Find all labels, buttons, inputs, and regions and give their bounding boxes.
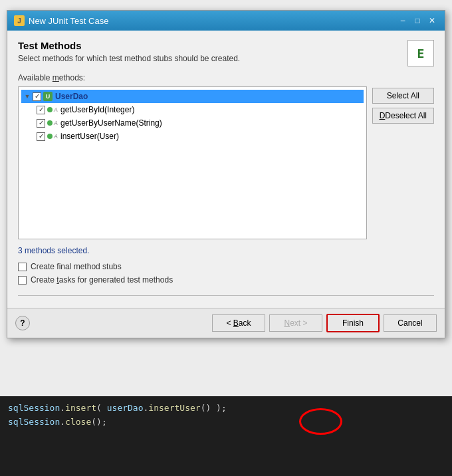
help-button[interactable]: ? [15, 316, 30, 330]
option-checkbox-1[interactable] [18, 263, 27, 271]
option-checkbox-2[interactable] [18, 276, 27, 285]
title-bar-left: J New JUnit Test Case [14, 15, 108, 26]
title-bar: J New JUnit Test Case – □ ✕ [7, 11, 445, 31]
section-label: Available methods: [18, 73, 434, 82]
checkbox-insertuser[interactable] [37, 132, 45, 141]
tree-node-child-3[interactable]: A insertUser(User) [21, 130, 364, 143]
node-label-child-1: getUserById(Integer) [60, 105, 134, 114]
chevron-down-icon: ▼ [23, 92, 31, 100]
background-code-editor: sqlSession.insert( userDao.insertUser() … [0, 396, 452, 476]
option-row-1: Create final method stubs [18, 262, 434, 271]
bottom-bar: ? < Back Next > Finish Cancel [7, 308, 445, 338]
method-dot-icon-1 [47, 107, 53, 112]
bottom-right: < Back Next > Finish Cancel [212, 314, 437, 332]
minimize-button[interactable]: – [397, 15, 409, 27]
header-text: Test Methods Select methods for which te… [18, 40, 240, 63]
divider [18, 295, 434, 296]
node-label-userdao: UserDao [55, 92, 88, 101]
dialog-header: Test Methods Select methods for which te… [18, 40, 434, 66]
status-text: 3 methods selected. [18, 246, 434, 255]
option-label-2: Create tasks for generated test methods [31, 275, 173, 285]
title-controls: – □ ✕ [397, 15, 438, 27]
option-label-1: Create final method stubs [31, 262, 122, 271]
options-section: Create final method stubs Create tasks f… [18, 262, 434, 285]
tree-list[interactable]: ▼ U UserDao A getUserById(Integer) A [18, 86, 367, 239]
code-line-2: sqlSession.close(); [8, 416, 444, 429]
access-badge-1: A [54, 106, 58, 113]
tree-node-child-1[interactable]: A getUserById(Integer) [21, 103, 364, 116]
side-buttons: Select All DDeselect AllDeselect All [372, 86, 434, 239]
method-dot-icon-3 [47, 134, 53, 139]
tree-node-child-2[interactable]: A getUserByUserName(String) [21, 116, 364, 130]
checkbox-getuserbyid[interactable] [37, 106, 45, 114]
tree-node-root[interactable]: ▼ U UserDao [21, 90, 364, 103]
checkbox-getuserbyusername[interactable] [37, 119, 45, 128]
methods-area: ▼ U UserDao A getUserById(Integer) A [18, 86, 434, 239]
node-label-child-2: getUserByUserName(String) [60, 118, 162, 128]
close-button[interactable]: ✕ [426, 15, 438, 27]
access-badge-3: A [54, 133, 58, 140]
header-title: Test Methods [18, 40, 240, 51]
node-label-child-3: insertUser(User) [60, 132, 119, 141]
access-badge-2: A [54, 120, 58, 126]
header-icon: E [407, 40, 434, 66]
option-row-2: Create tasks for generated test methods [18, 275, 434, 285]
cancel-button[interactable]: Cancel [384, 314, 437, 332]
back-button[interactable]: < Back [212, 314, 265, 332]
dialog-body: Test Methods Select methods for which te… [7, 31, 445, 308]
finish-button[interactable]: Finish [326, 314, 380, 332]
maximize-button[interactable]: □ [411, 15, 423, 27]
select-all-button[interactable]: Select All [372, 88, 434, 104]
class-icon: U [43, 92, 53, 101]
checkbox-userdao[interactable] [33, 92, 41, 101]
method-dot-icon-2 [47, 120, 53, 126]
deselect-all-button[interactable]: DDeselect AllDeselect All [372, 108, 434, 124]
dialog-title: New JUnit Test Case [29, 16, 108, 26]
code-line-1: sqlSession.insert( userDao.insertUser() … [8, 402, 444, 416]
dialog-icon: J [14, 15, 25, 26]
next-button[interactable]: Next > [269, 314, 322, 332]
header-subtitle: Select methods for which test method stu… [18, 54, 240, 63]
dialog: J New JUnit Test Case – □ ✕ Test Methods… [7, 10, 445, 338]
bottom-left: ? [15, 316, 30, 330]
